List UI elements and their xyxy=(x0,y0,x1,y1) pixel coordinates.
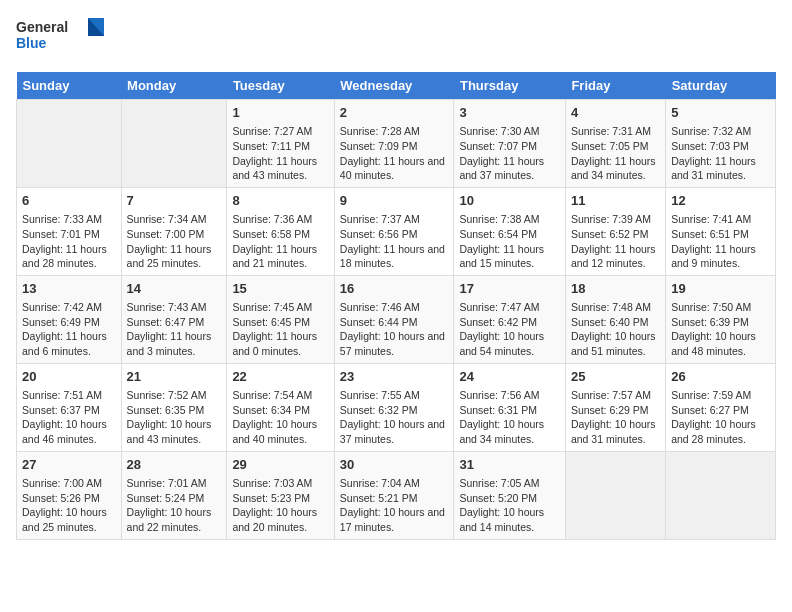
day-info: Sunrise: 7:47 AM Sunset: 6:42 PM Dayligh… xyxy=(459,300,559,359)
week-row-1: 1Sunrise: 7:27 AM Sunset: 7:11 PM Daylig… xyxy=(17,100,776,188)
day-number: 4 xyxy=(571,104,660,122)
day-number: 30 xyxy=(340,456,449,474)
day-info: Sunrise: 7:41 AM Sunset: 6:51 PM Dayligh… xyxy=(671,212,770,271)
day-number: 28 xyxy=(127,456,222,474)
day-number: 29 xyxy=(232,456,328,474)
day-cell: 29Sunrise: 7:03 AM Sunset: 5:23 PM Dayli… xyxy=(227,451,334,539)
col-header-saturday: Saturday xyxy=(666,72,776,100)
day-cell: 5Sunrise: 7:32 AM Sunset: 7:03 PM Daylig… xyxy=(666,100,776,188)
day-number: 24 xyxy=(459,368,559,386)
day-number: 7 xyxy=(127,192,222,210)
day-info: Sunrise: 7:57 AM Sunset: 6:29 PM Dayligh… xyxy=(571,388,660,447)
day-cell: 27Sunrise: 7:00 AM Sunset: 5:26 PM Dayli… xyxy=(17,451,122,539)
day-info: Sunrise: 7:59 AM Sunset: 6:27 PM Dayligh… xyxy=(671,388,770,447)
page-header: General Blue xyxy=(16,16,776,60)
week-row-3: 13Sunrise: 7:42 AM Sunset: 6:49 PM Dayli… xyxy=(17,275,776,363)
logo: General Blue xyxy=(16,16,106,60)
day-number: 6 xyxy=(22,192,116,210)
day-info: Sunrise: 7:51 AM Sunset: 6:37 PM Dayligh… xyxy=(22,388,116,447)
day-info: Sunrise: 7:27 AM Sunset: 7:11 PM Dayligh… xyxy=(232,124,328,183)
day-number: 5 xyxy=(671,104,770,122)
day-cell: 31Sunrise: 7:05 AM Sunset: 5:20 PM Dayli… xyxy=(454,451,565,539)
day-cell: 17Sunrise: 7:47 AM Sunset: 6:42 PM Dayli… xyxy=(454,275,565,363)
day-number: 11 xyxy=(571,192,660,210)
day-number: 10 xyxy=(459,192,559,210)
day-number: 14 xyxy=(127,280,222,298)
day-number: 9 xyxy=(340,192,449,210)
day-number: 23 xyxy=(340,368,449,386)
day-info: Sunrise: 7:38 AM Sunset: 6:54 PM Dayligh… xyxy=(459,212,559,271)
day-cell xyxy=(666,451,776,539)
day-number: 26 xyxy=(671,368,770,386)
day-info: Sunrise: 7:56 AM Sunset: 6:31 PM Dayligh… xyxy=(459,388,559,447)
day-cell: 30Sunrise: 7:04 AM Sunset: 5:21 PM Dayli… xyxy=(334,451,454,539)
day-cell: 14Sunrise: 7:43 AM Sunset: 6:47 PM Dayli… xyxy=(121,275,227,363)
day-cell xyxy=(17,100,122,188)
day-info: Sunrise: 7:55 AM Sunset: 6:32 PM Dayligh… xyxy=(340,388,449,447)
day-cell: 24Sunrise: 7:56 AM Sunset: 6:31 PM Dayli… xyxy=(454,363,565,451)
day-number: 12 xyxy=(671,192,770,210)
day-cell: 15Sunrise: 7:45 AM Sunset: 6:45 PM Dayli… xyxy=(227,275,334,363)
week-row-4: 20Sunrise: 7:51 AM Sunset: 6:37 PM Dayli… xyxy=(17,363,776,451)
day-cell: 28Sunrise: 7:01 AM Sunset: 5:24 PM Dayli… xyxy=(121,451,227,539)
day-info: Sunrise: 7:48 AM Sunset: 6:40 PM Dayligh… xyxy=(571,300,660,359)
day-info: Sunrise: 7:36 AM Sunset: 6:58 PM Dayligh… xyxy=(232,212,328,271)
svg-text:Blue: Blue xyxy=(16,35,47,51)
day-info: Sunrise: 7:05 AM Sunset: 5:20 PM Dayligh… xyxy=(459,476,559,535)
day-info: Sunrise: 7:28 AM Sunset: 7:09 PM Dayligh… xyxy=(340,124,449,183)
day-info: Sunrise: 7:32 AM Sunset: 7:03 PM Dayligh… xyxy=(671,124,770,183)
day-number: 31 xyxy=(459,456,559,474)
day-cell: 19Sunrise: 7:50 AM Sunset: 6:39 PM Dayli… xyxy=(666,275,776,363)
col-header-monday: Monday xyxy=(121,72,227,100)
day-info: Sunrise: 7:43 AM Sunset: 6:47 PM Dayligh… xyxy=(127,300,222,359)
day-info: Sunrise: 7:00 AM Sunset: 5:26 PM Dayligh… xyxy=(22,476,116,535)
day-cell: 12Sunrise: 7:41 AM Sunset: 6:51 PM Dayli… xyxy=(666,187,776,275)
col-header-thursday: Thursday xyxy=(454,72,565,100)
day-cell xyxy=(121,100,227,188)
day-info: Sunrise: 7:45 AM Sunset: 6:45 PM Dayligh… xyxy=(232,300,328,359)
day-cell: 22Sunrise: 7:54 AM Sunset: 6:34 PM Dayli… xyxy=(227,363,334,451)
col-header-friday: Friday xyxy=(565,72,665,100)
day-number: 25 xyxy=(571,368,660,386)
day-number: 8 xyxy=(232,192,328,210)
logo-icon: General Blue xyxy=(16,16,106,60)
day-info: Sunrise: 7:54 AM Sunset: 6:34 PM Dayligh… xyxy=(232,388,328,447)
col-header-sunday: Sunday xyxy=(17,72,122,100)
day-number: 17 xyxy=(459,280,559,298)
day-number: 2 xyxy=(340,104,449,122)
day-info: Sunrise: 7:33 AM Sunset: 7:01 PM Dayligh… xyxy=(22,212,116,271)
day-cell: 13Sunrise: 7:42 AM Sunset: 6:49 PM Dayli… xyxy=(17,275,122,363)
day-info: Sunrise: 7:04 AM Sunset: 5:21 PM Dayligh… xyxy=(340,476,449,535)
day-cell: 2Sunrise: 7:28 AM Sunset: 7:09 PM Daylig… xyxy=(334,100,454,188)
day-number: 21 xyxy=(127,368,222,386)
day-info: Sunrise: 7:50 AM Sunset: 6:39 PM Dayligh… xyxy=(671,300,770,359)
day-info: Sunrise: 7:42 AM Sunset: 6:49 PM Dayligh… xyxy=(22,300,116,359)
day-cell: 3Sunrise: 7:30 AM Sunset: 7:07 PM Daylig… xyxy=(454,100,565,188)
day-number: 27 xyxy=(22,456,116,474)
day-info: Sunrise: 7:31 AM Sunset: 7:05 PM Dayligh… xyxy=(571,124,660,183)
calendar-table: SundayMondayTuesdayWednesdayThursdayFrid… xyxy=(16,72,776,540)
day-cell: 25Sunrise: 7:57 AM Sunset: 6:29 PM Dayli… xyxy=(565,363,665,451)
day-number: 16 xyxy=(340,280,449,298)
day-info: Sunrise: 7:39 AM Sunset: 6:52 PM Dayligh… xyxy=(571,212,660,271)
day-number: 20 xyxy=(22,368,116,386)
col-header-tuesday: Tuesday xyxy=(227,72,334,100)
day-cell: 18Sunrise: 7:48 AM Sunset: 6:40 PM Dayli… xyxy=(565,275,665,363)
day-cell xyxy=(565,451,665,539)
day-info: Sunrise: 7:30 AM Sunset: 7:07 PM Dayligh… xyxy=(459,124,559,183)
day-info: Sunrise: 7:03 AM Sunset: 5:23 PM Dayligh… xyxy=(232,476,328,535)
day-cell: 8Sunrise: 7:36 AM Sunset: 6:58 PM Daylig… xyxy=(227,187,334,275)
day-cell: 6Sunrise: 7:33 AM Sunset: 7:01 PM Daylig… xyxy=(17,187,122,275)
day-cell: 9Sunrise: 7:37 AM Sunset: 6:56 PM Daylig… xyxy=(334,187,454,275)
day-cell: 1Sunrise: 7:27 AM Sunset: 7:11 PM Daylig… xyxy=(227,100,334,188)
day-cell: 16Sunrise: 7:46 AM Sunset: 6:44 PM Dayli… xyxy=(334,275,454,363)
day-info: Sunrise: 7:34 AM Sunset: 7:00 PM Dayligh… xyxy=(127,212,222,271)
day-info: Sunrise: 7:37 AM Sunset: 6:56 PM Dayligh… xyxy=(340,212,449,271)
day-number: 18 xyxy=(571,280,660,298)
day-cell: 10Sunrise: 7:38 AM Sunset: 6:54 PM Dayli… xyxy=(454,187,565,275)
day-cell: 11Sunrise: 7:39 AM Sunset: 6:52 PM Dayli… xyxy=(565,187,665,275)
svg-text:General: General xyxy=(16,19,68,35)
day-number: 15 xyxy=(232,280,328,298)
day-cell: 21Sunrise: 7:52 AM Sunset: 6:35 PM Dayli… xyxy=(121,363,227,451)
day-info: Sunrise: 7:52 AM Sunset: 6:35 PM Dayligh… xyxy=(127,388,222,447)
